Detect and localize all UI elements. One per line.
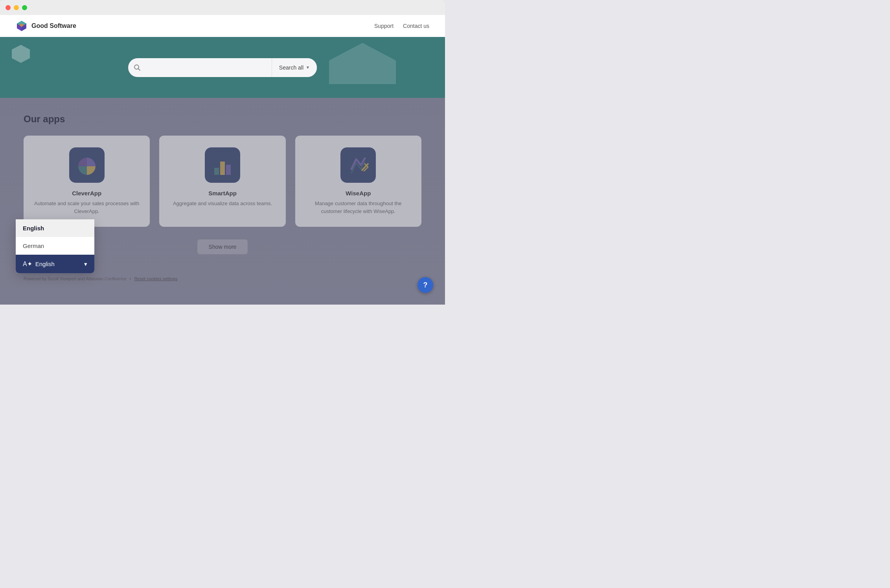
- footer-powered-by: Powered by Scroll Viewport and Atlassian…: [24, 276, 127, 281]
- cleverapp-icon: [69, 147, 105, 183]
- top-nav: Good Software Support Contact us: [0, 15, 445, 37]
- reset-cookies-link[interactable]: Reset cookies settings: [134, 276, 177, 281]
- maximize-button[interactable]: [22, 5, 27, 10]
- smartapp-icon: [205, 147, 240, 183]
- logo-area[interactable]: Good Software: [16, 20, 76, 32]
- cleverapp-icon-wrap: [69, 147, 105, 183]
- main-window: Good Software Support Contact us Search …: [0, 15, 445, 305]
- wiseapp-icon-wrap: [340, 147, 376, 183]
- show-more-button[interactable]: Show more: [197, 239, 248, 254]
- hero-bg-shape2: [327, 41, 398, 88]
- svg-marker-5: [12, 45, 30, 63]
- help-button[interactable]: ?: [417, 277, 433, 293]
- smartapp-icon-wrap: [205, 147, 240, 183]
- translate-icon: A✦: [23, 260, 32, 268]
- language-option-english[interactable]: English: [16, 219, 94, 237]
- cleverapp-desc: Automate and scale your sales processes …: [33, 200, 140, 215]
- hero-bg-hexagon: [11, 44, 31, 64]
- search-bar: Search all ▼: [128, 58, 317, 77]
- contact-link[interactable]: Contact us: [403, 23, 429, 29]
- smartapp-name: SmartApp: [208, 190, 237, 197]
- svg-line-8: [138, 68, 140, 70]
- wiseapp-desc: Manage customer data throughout the cust…: [305, 200, 412, 215]
- language-btn-label: English: [35, 261, 55, 267]
- wiseapp-name: WiseApp: [346, 190, 371, 197]
- minimize-button[interactable]: [14, 5, 19, 10]
- search-all-label: Search all: [279, 64, 303, 71]
- content-area: Our apps CleverApp: [0, 98, 445, 305]
- hero-section: Search all ▼: [0, 37, 445, 98]
- search-all-button[interactable]: Search all ▼: [272, 58, 317, 77]
- logo-icon: [16, 20, 28, 32]
- section-title: Our apps: [24, 114, 421, 125]
- smartapp-card[interactable]: SmartApp Aggregate and visualize data ac…: [159, 136, 285, 227]
- apps-grid: CleverApp Automate and scale your sales …: [24, 136, 421, 227]
- wiseapp-card[interactable]: WiseApp Manage customer data throughout …: [295, 136, 421, 227]
- language-dropdown: English German A✦ English ▾: [16, 219, 94, 273]
- svg-rect-13: [220, 162, 225, 175]
- svg-rect-14: [226, 165, 231, 175]
- support-link[interactable]: Support: [374, 23, 394, 29]
- cleverapp-name: CleverApp: [72, 190, 101, 197]
- search-input[interactable]: [146, 64, 272, 71]
- chevron-down-icon: ▼: [306, 65, 310, 70]
- window-chrome: [0, 0, 445, 15]
- close-button[interactable]: [6, 5, 11, 10]
- cleverapp-card[interactable]: CleverApp Automate and scale your sales …: [24, 136, 150, 227]
- svg-marker-6: [329, 43, 396, 84]
- logo-text: Good Software: [31, 22, 76, 29]
- svg-rect-12: [214, 168, 219, 175]
- language-select-button[interactable]: A✦ English ▾: [16, 255, 94, 273]
- search-icon: [128, 64, 146, 71]
- chevron-down-icon: ▾: [84, 261, 87, 268]
- wiseapp-icon: [340, 147, 376, 183]
- smartapp-desc: Aggregate and visualize data across team…: [173, 200, 272, 208]
- language-option-german[interactable]: German: [16, 237, 94, 255]
- footer-separator: •: [130, 276, 131, 281]
- nav-links: Support Contact us: [374, 23, 429, 29]
